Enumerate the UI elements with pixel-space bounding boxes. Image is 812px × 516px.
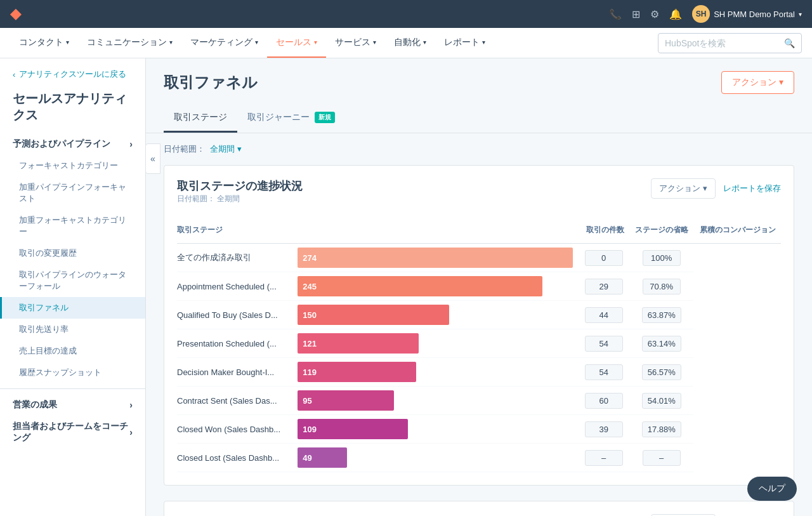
table-row: Closed Lost (Sales Dashb...49–– bbox=[177, 444, 781, 472]
sidebar-item-deal-funnel[interactable]: 取引ファネル bbox=[0, 297, 145, 319]
settings-icon[interactable]: ⚙ bbox=[650, 8, 659, 20]
chevron-down-icon: ▾ bbox=[423, 39, 426, 46]
phone-icon[interactable]: 📞 bbox=[609, 8, 622, 20]
sidebar-item-weighted-forecast-category[interactable]: 加重フォーキャストカテゴリー bbox=[0, 209, 145, 242]
row-deals: 0 bbox=[578, 244, 629, 272]
chevron-icon: › bbox=[129, 139, 133, 149]
num-box: 44 bbox=[585, 307, 623, 323]
num-box: 0 bbox=[585, 250, 623, 266]
sidebar-title: セールスアナリティクス bbox=[0, 85, 145, 133]
sidebar-item-deal-history[interactable]: 取引の変更履歴 bbox=[0, 242, 145, 264]
table-row: Decision Maker Bought-I...1195456.57% bbox=[177, 358, 781, 387]
row-conversion: – bbox=[629, 444, 693, 472]
search-icon: 🔍 bbox=[784, 38, 795, 48]
nav-item-marketing[interactable]: マーケティング ▾ bbox=[181, 28, 267, 58]
sidebar-back-link[interactable]: ‹ アナリティクスツールに戻る bbox=[0, 58, 145, 85]
sidebar-item-deal-push-rate[interactable]: 取引先送り率 bbox=[0, 319, 145, 340]
table-row: Presentation Scheduled (...1215463.14% bbox=[177, 329, 781, 358]
help-button[interactable]: ヘルプ bbox=[747, 477, 797, 501]
pct-box: 17.88% bbox=[642, 421, 681, 437]
row-conversion: 17.88% bbox=[629, 415, 693, 444]
bar-wrapper: 245 bbox=[298, 276, 573, 296]
notifications-icon[interactable]: 🔔 bbox=[669, 8, 682, 20]
table-row: Appointment Scheduled (...2452970.8% bbox=[177, 272, 781, 301]
user-menu[interactable]: SH SH PMM Demo Portal ▾ bbox=[692, 5, 802, 23]
nav-item-communication[interactable]: コミュニケーション ▾ bbox=[78, 28, 181, 58]
row-label: Contract Sent (Sales Das... bbox=[177, 387, 292, 415]
sidebar-section-results: 営業の成果 › bbox=[0, 394, 145, 416]
sidebar-section-forecast-header[interactable]: 予測およびパイプライン › bbox=[0, 133, 145, 155]
chevron-down-icon: ▾ bbox=[255, 39, 258, 46]
chevron-icon: › bbox=[129, 427, 133, 437]
row-bar-cell: 119 bbox=[292, 358, 578, 387]
row-bar-cell: 150 bbox=[292, 301, 578, 329]
num-box: – bbox=[585, 450, 623, 466]
row-label: Qualified To Buy (Sales D... bbox=[177, 301, 292, 329]
nav-item-automation[interactable]: 自動化 ▾ bbox=[385, 28, 435, 58]
sidebar-item-revenue-goal[interactable]: 売上目標の達成 bbox=[0, 340, 145, 362]
tabs: 取引ステージ 取引ジャーニー 新規 bbox=[146, 104, 812, 133]
chevron-down-icon: ▾ bbox=[482, 39, 485, 46]
sidebar-item-pipeline-waterfall[interactable]: 取引パイプラインのウォーターフォール bbox=[0, 264, 145, 297]
row-conversion: 70.8% bbox=[629, 272, 693, 301]
bar-wrapper: 150 bbox=[298, 305, 573, 325]
pct-box: 63.14% bbox=[642, 336, 681, 352]
col-stage: 取引ステージ bbox=[177, 220, 292, 244]
num-box: 60 bbox=[585, 393, 623, 409]
bar-wrapper: 49 bbox=[298, 447, 573, 468]
bar-wrapper: 274 bbox=[298, 248, 573, 268]
search-bar[interactable]: 🔍 bbox=[658, 33, 802, 53]
double-chevron-left-icon: « bbox=[150, 154, 155, 164]
chevron-down-icon: ▾ bbox=[169, 39, 173, 46]
table-row: Contract Sent (Sales Das...956054.01% bbox=[177, 387, 781, 415]
bar: 119 bbox=[298, 362, 416, 382]
collapse-sidebar-button[interactable]: « bbox=[146, 143, 160, 174]
hubspot-logo[interactable]: ◆ bbox=[10, 6, 21, 22]
funnel-table: 取引ステージ 取引の件数 ステージの省略 累積のコンバージョン 全ての作成済み取… bbox=[177, 220, 781, 472]
top-bar-left: ◆ bbox=[10, 6, 21, 22]
col-deals: 取引の件数 bbox=[578, 220, 629, 244]
avatar: SH bbox=[692, 5, 710, 23]
funnel-card-subtitle: 日付範囲： 全期間 bbox=[177, 194, 303, 204]
row-deals: 54 bbox=[578, 329, 629, 358]
sidebar-item-forecast-category[interactable]: フォーキャストカテゴリー bbox=[0, 155, 145, 176]
tab-deal-journey[interactable]: 取引ジャーニー 新規 bbox=[237, 104, 345, 133]
row-conversion: 63.87% bbox=[629, 301, 693, 329]
main-nav: コンタクト ▾ コミュニケーション ▾ マーケティング ▾ セールス ▾ サービ… bbox=[0, 28, 812, 58]
chevron-down-icon: ▾ bbox=[314, 39, 317, 46]
bar: 121 bbox=[298, 333, 419, 354]
app-layout: ‹ アナリティクスツールに戻る セールスアナリティクス 予測およびパイプライン … bbox=[0, 58, 812, 516]
nav-item-contact[interactable]: コンタクト ▾ bbox=[10, 28, 78, 58]
funnel-action-button[interactable]: アクション ▾ bbox=[651, 178, 716, 199]
main-content: « 取引ファネル アクション ▾ 取引ステージ 取引ジャーニー 新規 日付範囲：… bbox=[146, 58, 812, 516]
funnel-save-button[interactable]: レポートを保存 bbox=[723, 183, 781, 194]
row-label: Closed Won (Sales Dashb... bbox=[177, 415, 292, 444]
nav-item-reports[interactable]: レポート ▾ bbox=[435, 28, 494, 58]
chevron-down-icon: ▾ bbox=[373, 39, 376, 46]
search-input[interactable] bbox=[665, 38, 779, 48]
sidebar-section-results-header[interactable]: 営業の成果 › bbox=[0, 394, 145, 416]
nav-item-sales[interactable]: セールス ▾ bbox=[267, 28, 326, 58]
nav-item-service[interactable]: サービス ▾ bbox=[326, 28, 385, 58]
row-bar-cell: 274 bbox=[292, 244, 578, 272]
row-conversion: 100% bbox=[629, 244, 693, 272]
sidebar-item-weighted-pipeline[interactable]: 加重パイプラインフォーキャスト bbox=[0, 176, 145, 209]
page-action-button[interactable]: アクション ▾ bbox=[721, 71, 794, 94]
table-row: Qualified To Buy (Sales D...1504463.87% bbox=[177, 301, 781, 329]
sidebar-item-history-snapshot[interactable]: 履歴スナップショット bbox=[0, 362, 145, 383]
date-filter-button[interactable]: 全期間 ▾ bbox=[210, 143, 242, 155]
pct-box: 54.01% bbox=[642, 393, 681, 409]
tab-deal-stage[interactable]: 取引ステージ bbox=[164, 104, 237, 133]
row-label: Appointment Scheduled (... bbox=[177, 272, 292, 301]
pct-box: 63.87% bbox=[642, 307, 681, 323]
sidebar-section-coaching-header[interactable]: 担当者およびチームをコーチング › bbox=[0, 416, 145, 449]
sidebar-section-forecast: 予測およびパイプライン › フォーキャストカテゴリー 加重パイプラインフォーキャ… bbox=[0, 133, 145, 383]
bar-wrapper: 121 bbox=[298, 333, 573, 354]
sidebar: ‹ アナリティクスツールに戻る セールスアナリティクス 予測およびパイプライン … bbox=[0, 58, 146, 516]
bar: 109 bbox=[298, 419, 408, 439]
grid-icon[interactable]: ⊞ bbox=[632, 8, 640, 20]
funnel-card-header: 取引ステージの進捗状況 日付範囲： 全期間 アクション ▾ レポートを保存 bbox=[177, 178, 781, 215]
sidebar-section-coaching: 担当者およびチームをコーチング › bbox=[0, 416, 145, 449]
top-bar: ◆ 📞 ⊞ ⚙ 🔔 SH SH PMM Demo Portal ▾ bbox=[0, 0, 812, 28]
row-label: Presentation Scheduled (... bbox=[177, 329, 292, 358]
